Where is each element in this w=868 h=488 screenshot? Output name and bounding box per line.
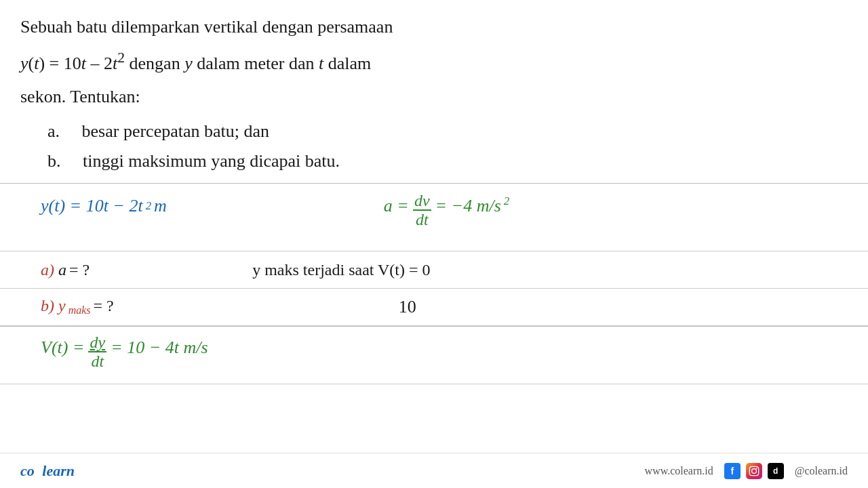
label-a: a. — [47, 121, 60, 141]
question-block: Sebuah batu dilemparkan vertikal dengan … — [20, 14, 848, 176]
sol-row-2: a) a = ? y maks terjadi saat V(t) = 0 — [0, 251, 868, 289]
footer: co learn www.colearn.id f d @colearn.id — [0, 453, 868, 488]
sol-row-4: V(t) = dy dt = 10 − 4t m/s — [0, 327, 868, 384]
b-question: b) y maks = ? — [41, 297, 114, 317]
question-sekon: sekon. Tentukan: — [20, 83, 848, 110]
footer-right: www.colearn.id f d @colearn.id — [645, 463, 848, 479]
dydt-fraction: dy dt — [88, 333, 106, 371]
eq-t: t — [34, 54, 39, 73]
vt-label: V(t) = — [41, 333, 84, 362]
yt-equation: y(t) = 10t − 2t2 m — [41, 192, 167, 220]
footer-co: co — [20, 462, 35, 479]
question-item-a: a. besar percepatan batu; dan — [47, 117, 848, 146]
accel-equation: a = dv dt = −4 m/s2 — [384, 192, 509, 229]
sol-row-3: b) y maks = ? 10 — [0, 289, 868, 326]
part-b-text: tinggi maksimum yang dicapai batu. — [83, 151, 340, 171]
tiktok-icon: d — [768, 463, 784, 479]
svg-point-1 — [751, 468, 756, 473]
question-equation: y(t) = 10t – 2t2 dengan y dalam meter da… — [20, 47, 848, 77]
question-intro: Sebuah batu dilemparkan vertikal dengan … — [20, 14, 848, 40]
solution-area: y(t) = 10t − 2t2 m a = dv dt = −4 m/s2 a… — [0, 183, 868, 411]
value-10: 10 — [399, 297, 416, 317]
dvdt-fraction: dv dt — [413, 192, 431, 229]
question-item-b: b. tinggi maksimum yang dicapai batu. — [47, 146, 848, 176]
velocity-equation: V(t) = dy dt = 10 − 4t m/s — [41, 333, 208, 371]
facebook-icon: f — [724, 463, 741, 479]
footer-learn: learn — [42, 462, 75, 479]
social-icons: f d — [724, 463, 784, 479]
footer-handle: @colearn.id — [795, 465, 848, 477]
a-eq-a: a = — [384, 192, 409, 220]
label-b: b. — [47, 151, 61, 171]
svg-point-2 — [755, 468, 757, 469]
svg-rect-0 — [749, 466, 758, 475]
sol-row-1: y(t) = 10t − 2t2 m a = dv dt = −4 m/s2 — [0, 184, 868, 251]
main-content: Sebuah batu dilemparkan vertikal dengan … — [0, 0, 868, 176]
question-items: a. besar percepatan batu; dan b. tinggi … — [47, 117, 848, 176]
footer-url: www.colearn.id — [645, 465, 713, 477]
part-a-text: besar percepatan batu; dan — [82, 121, 269, 141]
a-question: a) a = ? — [41, 261, 90, 279]
eq-y: y — [20, 54, 28, 73]
y-maks-condition: y maks terjadi saat V(t) = 0 — [252, 261, 430, 279]
vt-result: = 10 − 4t m/s — [111, 333, 208, 362]
instagram-icon — [746, 463, 762, 479]
bottom-spacer — [0, 384, 868, 411]
footer-logo: co learn — [20, 462, 75, 480]
yt-text: y(t) = 10t − 2t — [41, 192, 143, 220]
a-eq-result: = −4 m/s — [435, 192, 501, 220]
